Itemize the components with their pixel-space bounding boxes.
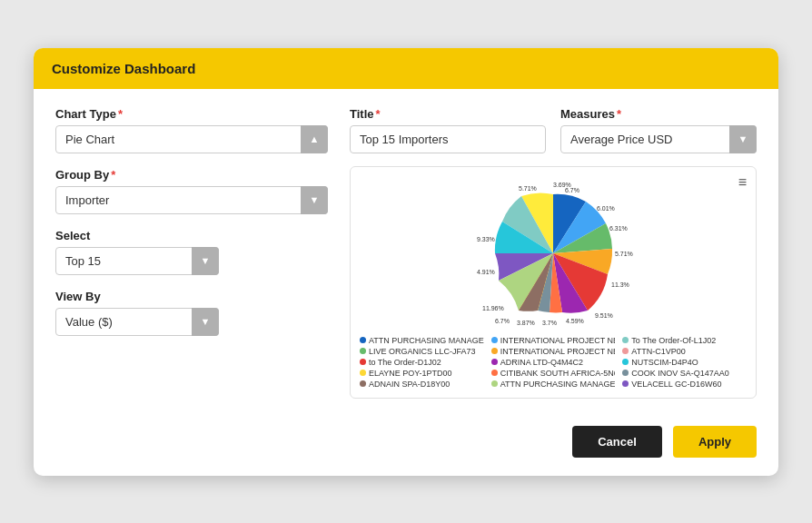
legend-dot (360, 370, 366, 376)
chart-legend: ATTN PURCHASING MANAGER-C7PQ2INTERNATION… (360, 336, 747, 389)
group-by-select-wrapper: Importer Exporter ▼ (55, 186, 328, 214)
chart-type-select[interactable]: Pie Chart Bar Chart Line Chart (55, 125, 328, 153)
legend-item: ATTN PURCHASING MANAGER-C1K1Q3 (491, 380, 616, 389)
cancel-button[interactable]: Cancel (572, 426, 662, 458)
select-select[interactable]: Top 15 Top 10 Top 5 (55, 247, 219, 275)
chart-preview: ≡ (350, 166, 757, 399)
legend-label: ELAYNE POY-1PTD00 (369, 369, 452, 378)
legend-item: ELAYNE POY-1PTD00 (360, 369, 484, 378)
pie-chart-svg: 6.7% 6.01% 6.31% 5.71% 3.69% 5.71% 9.33%… (462, 176, 644, 331)
svg-text:6.7%: 6.7% (495, 318, 510, 324)
svg-text:5.71%: 5.71% (615, 251, 633, 257)
view-by-label: View By (55, 290, 328, 303)
svg-text:5.71%: 5.71% (519, 185, 537, 192)
legend-dot (622, 380, 629, 387)
svg-text:11.3%: 11.3% (611, 281, 629, 288)
svg-text:6.01%: 6.01% (597, 205, 615, 212)
modal-title: Customize Dashboard (52, 61, 195, 76)
legend-dot (622, 359, 629, 365)
svg-text:11.96%: 11.96% (482, 305, 504, 311)
legend-item: CITIBANK SOUTH AFRICA-5N60 (491, 369, 616, 378)
legend-label: CITIBANK SOUTH AFRICA-5N60 (500, 369, 616, 378)
modal-header: Customize Dashboard (34, 48, 778, 89)
legend-label: ATTN PURCHASING MANAGER-C7PQ2 (369, 336, 484, 345)
measures-field: Measures* Average Price USD Total Value … (560, 107, 757, 153)
legend-label: ADRINA LTD-Q4M4C2 (500, 358, 583, 367)
right-panel: Title* Measures* Average Price USD Total… (350, 107, 757, 399)
legend-item: ATTN-C1VP00 (622, 347, 747, 356)
legend-item: ADRINA LTD-Q4M4C2 (491, 358, 616, 367)
left-panel: Chart Type* Pie Chart Bar Chart Line Cha… (55, 107, 328, 399)
modal-body: Chart Type* Pie Chart Bar Chart Line Cha… (34, 89, 778, 417)
legend-item: To The Order-Of-L1J02 (622, 336, 747, 345)
legend-dot (491, 348, 498, 354)
top-fields-row: Title* Measures* Average Price USD Total… (350, 107, 757, 153)
chart-type-label: Chart Type* (55, 107, 328, 121)
customize-dashboard-modal: Customize Dashboard Chart Type* Pie Char… (34, 48, 778, 476)
svg-text:6.31%: 6.31% (609, 225, 628, 232)
svg-text:9.33%: 9.33% (477, 236, 495, 242)
view-by-select-wrapper: Value ($) Volume ▼ (55, 308, 219, 336)
legend-label: INTERNATIONAL PROJECT NETWORK-C7P6L0 (500, 347, 616, 356)
legend-item: LIVE ORGANICS LLC-JFA73 (360, 347, 484, 356)
title-field: Title* (350, 107, 546, 153)
legend-item: NUTSCIM-D4P4O (622, 358, 747, 367)
legend-dot (360, 348, 366, 354)
legend-dot (622, 337, 629, 343)
legend-item: ATTN PURCHASING MANAGER-C7PQ2 (360, 336, 484, 345)
legend-dot (360, 337, 366, 343)
legend-item: VELACELL GC-D16W60 (622, 380, 747, 389)
group-by-select[interactable]: Importer Exporter (55, 186, 328, 214)
legend-dot (491, 337, 498, 343)
measures-label: Measures* (560, 107, 757, 121)
measures-select-wrapper: Average Price USD Total Value ▼ (560, 125, 757, 153)
modal-footer: Cancel Apply (34, 417, 778, 476)
legend-dot (622, 348, 629, 354)
apply-button[interactable]: Apply (673, 426, 757, 458)
select-label: Select (55, 229, 328, 242)
svg-text:4.59%: 4.59% (566, 318, 584, 324)
svg-text:3.87%: 3.87% (517, 320, 535, 326)
legend-label: NUTSCIM-D4P4O (631, 358, 698, 367)
svg-text:3.7%: 3.7% (542, 320, 557, 326)
view-by-field: View By Value ($) Volume ▼ (55, 290, 328, 336)
title-label: Title* (350, 107, 546, 121)
svg-text:4.91%: 4.91% (477, 269, 495, 275)
legend-label: ATTN-C1VP00 (631, 347, 685, 356)
legend-item: INTERNATIONAL PROJECT NETWORK-LL-D3YN0 (491, 336, 616, 345)
group-by-field: Group By* Importer Exporter ▼ (55, 168, 328, 214)
legend-dot (491, 370, 498, 376)
legend-label: to The Order-D1J02 (369, 358, 441, 367)
legend-label: ATTN PURCHASING MANAGER-C1K1Q3 (500, 380, 616, 389)
svg-text:6.7%: 6.7% (565, 187, 579, 193)
legend-item: COOK INOV SA-Q147AA0 (622, 369, 747, 378)
measures-select[interactable]: Average Price USD Total Value (560, 125, 757, 153)
view-by-select[interactable]: Value ($) Volume (55, 308, 219, 336)
legend-item: INTERNATIONAL PROJECT NETWORK-C7P6L0 (491, 347, 616, 356)
svg-text:3.69%: 3.69% (553, 182, 571, 188)
legend-dot (360, 380, 366, 387)
legend-item: ADNAIN SPA-D18Y00 (360, 380, 484, 389)
chart-type-select-wrapper: Pie Chart Bar Chart Line Chart ▲ (55, 125, 328, 153)
legend-label: LIVE ORGANICS LLC-JFA73 (369, 347, 476, 356)
select-select-wrapper: Top 15 Top 10 Top 5 ▼ (55, 247, 219, 275)
legend-item: to The Order-D1J02 (360, 358, 484, 367)
legend-label: COOK INOV SA-Q147AA0 (631, 369, 729, 378)
title-input[interactable] (350, 125, 546, 153)
chart-menu-icon[interactable]: ≡ (738, 174, 747, 191)
legend-label: To The Order-Of-L1J02 (631, 336, 716, 345)
legend-dot (360, 359, 366, 365)
legend-label: ADNAIN SPA-D18Y00 (369, 380, 450, 389)
legend-label: INTERNATIONAL PROJECT NETWORK-LL-D3YN0 (500, 336, 616, 345)
legend-label: VELACELL GC-D16W60 (631, 380, 721, 389)
legend-dot (491, 359, 498, 365)
svg-text:9.51%: 9.51% (595, 312, 613, 319)
select-field: Select Top 15 Top 10 Top 5 ▼ (55, 229, 328, 275)
legend-dot (622, 370, 629, 376)
group-by-label: Group By* (55, 168, 328, 182)
chart-type-field: Chart Type* Pie Chart Bar Chart Line Cha… (55, 107, 328, 153)
legend-dot (491, 380, 498, 387)
